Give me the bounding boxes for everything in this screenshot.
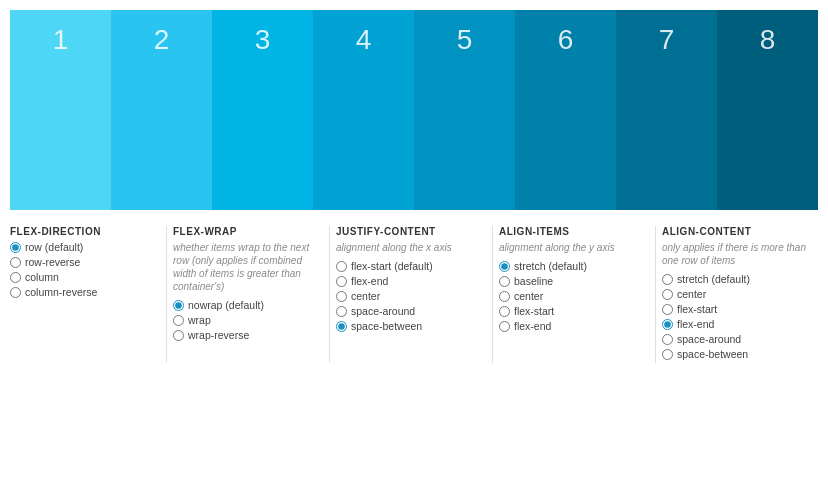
- radio-input-flex-start[interactable]: [336, 261, 347, 272]
- radio-label-center: center: [351, 290, 380, 302]
- radio-input-space-around[interactable]: [662, 334, 673, 345]
- radio-input-column[interactable]: [10, 272, 21, 283]
- radio-input-flex-start[interactable]: [499, 306, 510, 317]
- radio-option-space-around[interactable]: space-around: [336, 305, 486, 317]
- radio-option-flex-start[interactable]: flex-start (default): [336, 260, 486, 272]
- radio-group-flex-direction: row (default)row-reversecolumncolumn-rev…: [10, 241, 160, 298]
- group-title-flex-direction: FLEX-DIRECTION: [10, 226, 160, 237]
- radio-option-flex-start[interactable]: flex-start: [499, 305, 649, 317]
- radio-option-wrap-reverse[interactable]: wrap-reverse: [173, 329, 323, 341]
- radio-input-row[interactable]: [10, 242, 21, 253]
- radio-group-flex-wrap: nowrap (default)wrapwrap-reverse: [173, 299, 323, 341]
- radio-input-stretch[interactable]: [499, 261, 510, 272]
- column-number: 5: [457, 24, 473, 56]
- group-title-align-content: ALIGN-CONTENT: [662, 226, 812, 237]
- column-number: 8: [760, 24, 776, 56]
- radio-input-row-reverse[interactable]: [10, 257, 21, 268]
- radio-option-flex-end[interactable]: flex-end: [662, 318, 812, 330]
- color-column-5: 5: [414, 10, 515, 210]
- radio-option-column[interactable]: column: [10, 271, 160, 283]
- radio-option-row-reverse[interactable]: row-reverse: [10, 256, 160, 268]
- radio-label-wrap-reverse: wrap-reverse: [188, 329, 249, 341]
- radio-option-nowrap[interactable]: nowrap (default): [173, 299, 323, 311]
- group-desc-justify-content: alignment along the x axis: [336, 241, 486, 254]
- radio-label-column: column: [25, 271, 59, 283]
- radio-label-nowrap: nowrap (default): [188, 299, 264, 311]
- radio-option-stretch[interactable]: stretch (default): [662, 273, 812, 285]
- radio-input-space-between[interactable]: [336, 321, 347, 332]
- radio-input-center[interactable]: [662, 289, 673, 300]
- radio-input-flex-end[interactable]: [662, 319, 673, 330]
- radio-label-space-between: space-between: [677, 348, 748, 360]
- radio-label-flex-end: flex-end: [351, 275, 388, 287]
- radio-option-stretch[interactable]: stretch (default): [499, 260, 649, 272]
- column-number: 4: [356, 24, 372, 56]
- control-group-justify-content: JUSTIFY-CONTENTalignment along the x axi…: [330, 226, 493, 363]
- radio-input-flex-end[interactable]: [499, 321, 510, 332]
- radio-input-space-between[interactable]: [662, 349, 673, 360]
- radio-label-flex-start: flex-start: [677, 303, 717, 315]
- radio-label-space-around: space-around: [677, 333, 741, 345]
- radio-option-space-around[interactable]: space-around: [662, 333, 812, 345]
- radio-label-flex-end: flex-end: [677, 318, 714, 330]
- radio-label-stretch: stretch (default): [514, 260, 587, 272]
- group-title-flex-wrap: FLEX-WRAP: [173, 226, 323, 237]
- color-column-6: 6: [515, 10, 616, 210]
- radio-label-row-reverse: row-reverse: [25, 256, 80, 268]
- radio-input-column-reverse[interactable]: [10, 287, 21, 298]
- radio-option-center[interactable]: center: [662, 288, 812, 300]
- radio-option-row[interactable]: row (default): [10, 241, 160, 253]
- color-column-1: 1: [10, 10, 111, 210]
- column-number: 1: [53, 24, 69, 56]
- column-number: 3: [255, 24, 271, 56]
- radio-label-baseline: baseline: [514, 275, 553, 287]
- radio-input-wrap-reverse[interactable]: [173, 330, 184, 341]
- radio-option-column-reverse[interactable]: column-reverse: [10, 286, 160, 298]
- radio-group-align-content: stretch (default)centerflex-startflex-en…: [662, 273, 812, 360]
- color-bar-section: 12345678: [10, 10, 818, 210]
- radio-option-flex-start[interactable]: flex-start: [662, 303, 812, 315]
- group-desc-flex-wrap: whether items wrap to the next row (only…: [173, 241, 323, 293]
- radio-option-center[interactable]: center: [499, 290, 649, 302]
- radio-input-center[interactable]: [336, 291, 347, 302]
- controls-section: FLEX-DIRECTIONrow (default)row-reverseco…: [0, 210, 828, 373]
- group-desc-align-content: only applies if there is more than one r…: [662, 241, 812, 267]
- radio-label-wrap: wrap: [188, 314, 211, 326]
- radio-option-baseline[interactable]: baseline: [499, 275, 649, 287]
- radio-option-space-between[interactable]: space-between: [662, 348, 812, 360]
- radio-label-center: center: [514, 290, 543, 302]
- radio-option-center[interactable]: center: [336, 290, 486, 302]
- radio-label-flex-start: flex-start (default): [351, 260, 433, 272]
- group-title-align-items: ALIGN-ITEMS: [499, 226, 649, 237]
- radio-option-wrap[interactable]: wrap: [173, 314, 323, 326]
- radio-group-align-items: stretch (default)baselinecenterflex-star…: [499, 260, 649, 332]
- radio-input-space-around[interactable]: [336, 306, 347, 317]
- radio-input-wrap[interactable]: [173, 315, 184, 326]
- radio-option-space-between[interactable]: space-between: [336, 320, 486, 332]
- radio-input-flex-start[interactable]: [662, 304, 673, 315]
- radio-input-center[interactable]: [499, 291, 510, 302]
- radio-label-flex-start: flex-start: [514, 305, 554, 317]
- group-desc-align-items: alignment along the y axis: [499, 241, 649, 254]
- radio-input-nowrap[interactable]: [173, 300, 184, 311]
- radio-option-flex-end[interactable]: flex-end: [499, 320, 649, 332]
- radio-group-justify-content: flex-start (default)flex-endcenterspace-…: [336, 260, 486, 332]
- radio-option-flex-end[interactable]: flex-end: [336, 275, 486, 287]
- radio-label-stretch: stretch (default): [677, 273, 750, 285]
- column-number: 7: [659, 24, 675, 56]
- control-group-align-content: ALIGN-CONTENTonly applies if there is mo…: [656, 226, 818, 363]
- radio-input-baseline[interactable]: [499, 276, 510, 287]
- group-title-justify-content: JUSTIFY-CONTENT: [336, 226, 486, 237]
- radio-label-column-reverse: column-reverse: [25, 286, 97, 298]
- color-column-7: 7: [616, 10, 717, 210]
- control-group-flex-direction: FLEX-DIRECTIONrow (default)row-reverseco…: [10, 226, 167, 363]
- radio-label-space-between: space-between: [351, 320, 422, 332]
- color-column-3: 3: [212, 10, 313, 210]
- color-column-4: 4: [313, 10, 414, 210]
- control-group-flex-wrap: FLEX-WRAPwhether items wrap to the next …: [167, 226, 330, 363]
- radio-input-stretch[interactable]: [662, 274, 673, 285]
- radio-input-flex-end[interactable]: [336, 276, 347, 287]
- column-number: 6: [558, 24, 574, 56]
- radio-label-flex-end: flex-end: [514, 320, 551, 332]
- radio-label-center: center: [677, 288, 706, 300]
